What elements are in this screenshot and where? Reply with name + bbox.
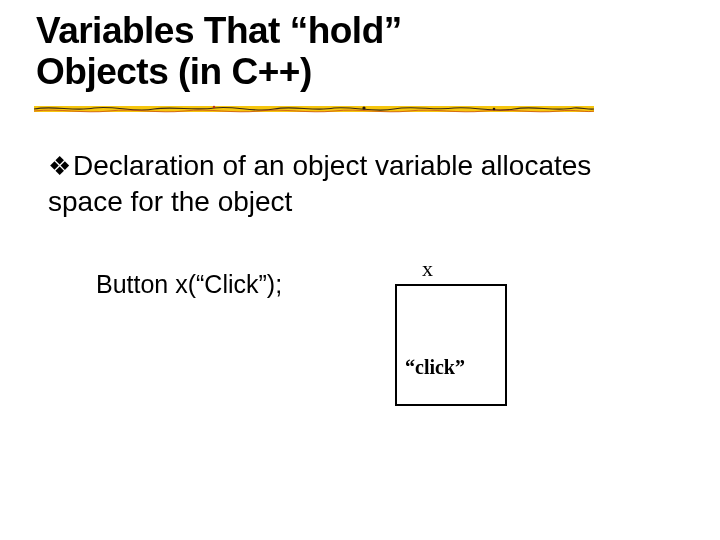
object-box-value: “click” [405,356,465,379]
page-title: Variables That “hold” Objects (in C++) [36,10,676,93]
title-underline [34,102,594,116]
slide: Variables That “hold” Objects (in C++) ❖… [0,0,720,540]
object-box [395,284,507,406]
bullet-item: ❖Declaration of an object variable alloc… [48,148,658,221]
underline-yellow-bar [34,106,594,112]
bullet-text: Declaration of an object variable alloca… [48,150,591,217]
bullet-icon: ❖ [48,151,71,181]
variable-label: x [422,256,433,282]
title-line-2: Objects (in C++) [36,51,312,92]
code-declaration: Button x(“Click”); [96,270,282,299]
title-line-1: Variables That “hold” [36,10,402,51]
